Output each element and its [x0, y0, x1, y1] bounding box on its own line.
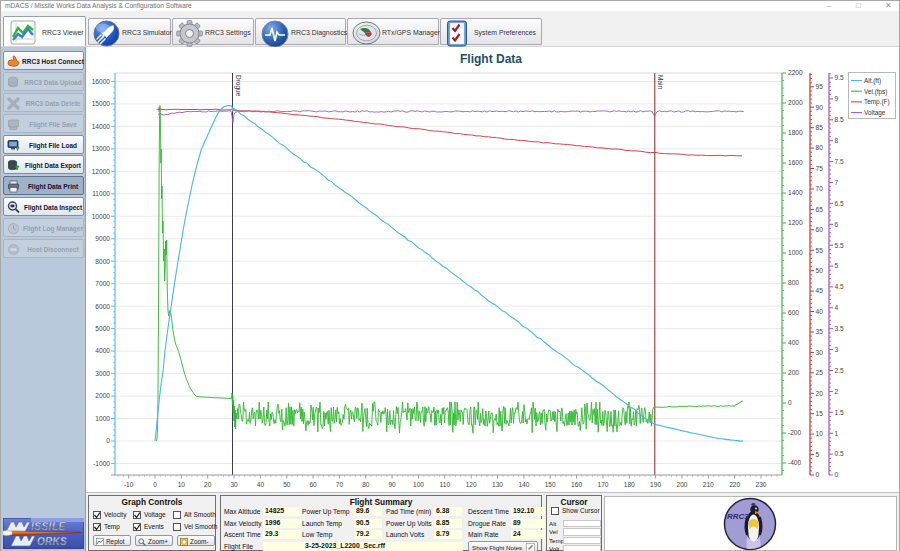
svg-text:1400: 1400 — [788, 189, 803, 196]
svg-text:11000: 11000 — [92, 190, 110, 197]
svg-text:12000: 12000 — [92, 168, 111, 175]
svg-text:9.5: 9.5 — [835, 74, 844, 81]
svg-text:40: 40 — [257, 481, 265, 488]
svg-text:RRC3: RRC3 — [727, 512, 749, 521]
svg-text:210: 210 — [703, 481, 714, 488]
svg-text:7.5: 7.5 — [835, 158, 844, 165]
svg-text:-200: -200 — [788, 429, 802, 436]
svg-text:85: 85 — [816, 124, 824, 131]
svg-text:90: 90 — [816, 104, 824, 111]
svg-text:5.5: 5.5 — [835, 242, 844, 249]
svg-text:70: 70 — [336, 481, 344, 488]
svg-text:75: 75 — [816, 165, 824, 172]
svg-text:60: 60 — [309, 481, 317, 488]
svg-text:ORKS: ORKS — [37, 536, 67, 547]
svg-text:150: 150 — [545, 481, 556, 488]
svg-text:110: 110 — [440, 481, 451, 488]
svg-text:1.5: 1.5 — [835, 409, 844, 416]
svg-text:4: 4 — [835, 304, 839, 311]
svg-text:170: 170 — [597, 481, 608, 488]
svg-text:ISSILE: ISSILE — [31, 521, 66, 532]
svg-text:50: 50 — [283, 481, 291, 488]
svg-text:8000: 8000 — [95, 258, 110, 265]
svg-text:1800: 1800 — [788, 129, 803, 136]
svg-text:1000: 1000 — [788, 249, 803, 256]
svg-text:5000: 5000 — [95, 325, 110, 332]
svg-text:6.5: 6.5 — [835, 200, 844, 207]
svg-text:200: 200 — [788, 369, 799, 376]
svg-text:400: 400 — [788, 339, 799, 346]
svg-text:20: 20 — [204, 481, 212, 488]
svg-text:Voltage: Voltage — [864, 109, 886, 117]
svg-text:10: 10 — [816, 430, 824, 437]
svg-text:800: 800 — [788, 279, 799, 286]
svg-text:9000: 9000 — [95, 235, 110, 242]
svg-text:20: 20 — [816, 390, 824, 397]
svg-text:1: 1 — [835, 430, 839, 437]
svg-text:6: 6 — [835, 221, 839, 228]
svg-text:95: 95 — [816, 83, 824, 90]
svg-text:80: 80 — [816, 144, 824, 151]
svg-text:-1000: -1000 — [93, 460, 110, 467]
svg-text:100: 100 — [413, 481, 424, 488]
svg-text:45: 45 — [816, 287, 824, 294]
svg-text:14000: 14000 — [92, 123, 111, 130]
svg-text:7: 7 — [835, 179, 839, 186]
svg-text:0: 0 — [106, 437, 110, 444]
svg-text:7000: 7000 — [95, 280, 110, 287]
svg-text:40: 40 — [816, 308, 824, 315]
svg-text:13000: 13000 — [92, 145, 111, 152]
svg-text:130: 130 — [492, 481, 503, 488]
svg-text:5: 5 — [835, 262, 839, 269]
svg-text:15000: 15000 — [92, 100, 111, 107]
svg-text:160: 160 — [571, 481, 582, 488]
svg-text:35: 35 — [816, 328, 824, 335]
svg-text:-400: -400 — [788, 459, 802, 466]
svg-text:2200: 2200 — [788, 69, 803, 76]
svg-text:3: 3 — [835, 346, 839, 353]
svg-text:1600: 1600 — [788, 159, 803, 166]
svg-text:10: 10 — [178, 481, 186, 488]
svg-text:6000: 6000 — [95, 303, 110, 310]
svg-text:16000: 16000 — [92, 78, 111, 85]
svg-text:200: 200 — [676, 481, 687, 488]
svg-text:190: 190 — [650, 481, 661, 488]
svg-text:230: 230 — [755, 481, 766, 488]
svg-text:10000: 10000 — [92, 213, 111, 220]
svg-text:Alt.(ft): Alt.(ft) — [864, 77, 881, 85]
svg-text:2000: 2000 — [788, 99, 803, 106]
svg-text:0: 0 — [788, 399, 792, 406]
svg-text:65: 65 — [816, 206, 824, 213]
svg-text:9: 9 — [835, 95, 839, 102]
svg-text:220: 220 — [729, 481, 740, 488]
svg-text:0: 0 — [835, 471, 839, 478]
svg-text:1200: 1200 — [788, 219, 803, 226]
svg-text:4000: 4000 — [95, 347, 110, 354]
svg-text:140: 140 — [518, 481, 529, 488]
svg-text:0: 0 — [153, 481, 157, 488]
svg-text:Flight Data: Flight Data — [460, 52, 522, 66]
svg-text:5: 5 — [816, 451, 820, 458]
svg-text:60: 60 — [816, 226, 824, 233]
svg-text:-10: -10 — [124, 481, 134, 488]
svg-text:Temp.(F): Temp.(F) — [864, 98, 890, 106]
svg-text:600: 600 — [788, 309, 799, 316]
svg-text:Main: Main — [657, 75, 664, 89]
svg-text:2: 2 — [835, 388, 839, 395]
svg-text:2.5: 2.5 — [835, 367, 844, 374]
svg-text:120: 120 — [466, 481, 477, 488]
svg-text:70: 70 — [816, 185, 824, 192]
svg-text:50: 50 — [816, 267, 824, 274]
svg-text:30: 30 — [816, 349, 824, 356]
svg-text:8.5: 8.5 — [835, 116, 844, 123]
svg-text:8: 8 — [835, 137, 839, 144]
svg-text:25: 25 — [816, 369, 824, 376]
svg-text:0: 0 — [816, 471, 820, 478]
svg-text:55: 55 — [816, 247, 824, 254]
svg-text:80: 80 — [362, 481, 370, 488]
svg-text:15: 15 — [816, 410, 824, 417]
svg-text:1000: 1000 — [95, 415, 110, 422]
svg-text:180: 180 — [624, 481, 635, 488]
svg-text:3000: 3000 — [95, 370, 110, 377]
svg-text:2000: 2000 — [95, 392, 110, 399]
